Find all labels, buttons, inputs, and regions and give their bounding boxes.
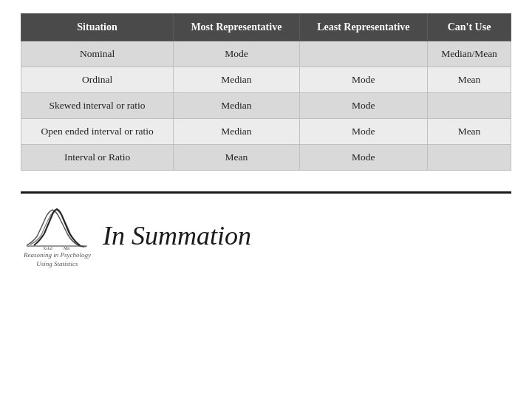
table-cell: Open ended interval or ratio xyxy=(21,119,174,145)
col-header-least-representative: Least Representative xyxy=(299,14,427,41)
table-cell: Mean xyxy=(174,145,300,171)
table-cell: Mode xyxy=(299,145,427,171)
table-cell: Median/Mean xyxy=(428,41,511,67)
table-cell: Mode xyxy=(299,119,427,145)
table-cell: Ordinal xyxy=(21,67,174,93)
table-container: Situation Most Representative Least Repr… xyxy=(21,13,511,171)
table-cell: Nominal xyxy=(21,41,174,67)
table-cell xyxy=(299,41,427,67)
table-row: Interval or RatioMeanMode xyxy=(21,145,511,171)
statistics-table: Situation Most Representative Least Repr… xyxy=(21,13,511,171)
table-cell xyxy=(428,93,511,119)
table-row: Skewed interval or ratioMedianMode xyxy=(21,93,511,119)
table-cell: Mean xyxy=(428,119,511,145)
divider-line xyxy=(21,191,511,194)
col-header-situation: Situation xyxy=(21,14,174,41)
table-cell: Interval or Ratio xyxy=(21,145,174,171)
table-cell xyxy=(428,145,511,171)
caption-reasoning: Reasoning in Psychology xyxy=(24,251,91,259)
graphic-wrapper: Xskd Mn Reasoning in Psychology Using St… xyxy=(24,204,91,267)
table-cell: Median xyxy=(174,67,300,93)
table-cell: Mode xyxy=(174,41,300,67)
table-cell: Mode xyxy=(299,67,427,93)
table-row: Open ended interval or ratioMedianModeMe… xyxy=(21,119,511,145)
table-cell: Skewed interval or ratio xyxy=(21,93,174,119)
table-cell: Median xyxy=(174,119,300,145)
table-row: NominalModeMedian/Mean xyxy=(21,41,511,67)
in-summation-label: In Summation xyxy=(103,220,251,251)
col-header-cant-use: Can't Use xyxy=(428,14,511,41)
svg-text:Mn: Mn xyxy=(64,246,69,250)
caption-statistics: Using Statistics xyxy=(36,260,78,267)
col-header-most-representative: Most Representative xyxy=(174,14,300,41)
svg-text:Xskd: Xskd xyxy=(43,246,52,250)
table-row: OrdinalMedianModeMean xyxy=(21,67,511,93)
table-cell: Mode xyxy=(299,93,427,119)
table-cell: Mean xyxy=(428,67,511,93)
page: Situation Most Representative Least Repr… xyxy=(0,0,532,399)
bell-curve-icon: Xskd Mn xyxy=(27,204,87,250)
table-cell: Median xyxy=(174,93,300,119)
summation-section: Xskd Mn Reasoning in Psychology Using St… xyxy=(21,204,511,267)
